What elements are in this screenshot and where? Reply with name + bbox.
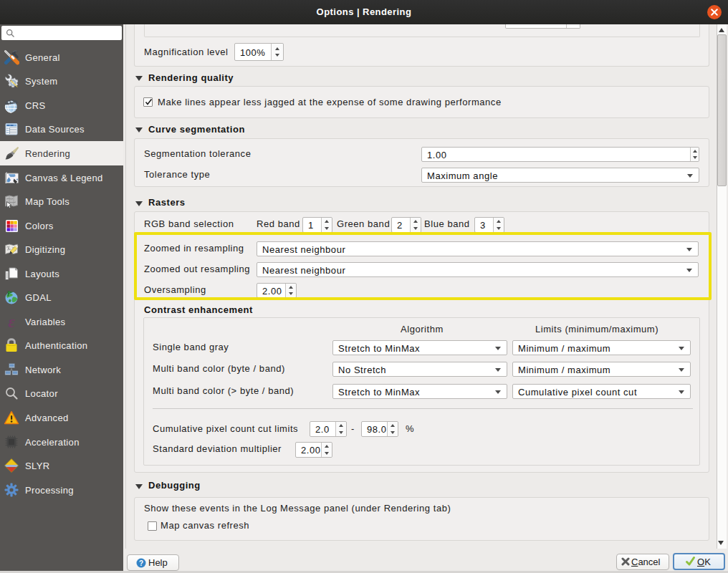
svg-text:?: ? xyxy=(139,559,143,567)
svg-text:ε: ε xyxy=(8,314,15,329)
